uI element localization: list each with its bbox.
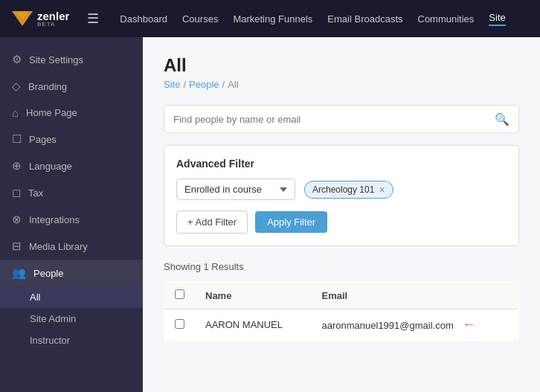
sidebar-label-tax: Tax [28, 187, 43, 199]
header-name: Name [195, 282, 312, 309]
sidebar-item-tax[interactable]: ◻ Tax [0, 179, 143, 206]
results-count: Showing 1 Results [164, 261, 519, 272]
sidebar-item-pages[interactable]: ☐ Pages [0, 126, 143, 152]
sidebar-section-main: ⚙ Site Settings ◇ Branding ⌂ Home Page ☐… [0, 43, 143, 354]
row-checkbox-cell [164, 309, 196, 341]
brand-logo: zenler BETA [12, 10, 69, 28]
breadcrumb-site[interactable]: Site [164, 79, 180, 90]
sidebar-label-branding: Branding [28, 81, 67, 92]
filter-tag-close[interactable]: × [379, 184, 385, 195]
language-icon: ⊕ [12, 159, 22, 173]
arrow-indicator: ← [462, 317, 475, 332]
sidebar-label-media-library: Media Library [29, 241, 88, 252]
sidebar: ⚙ Site Settings ◇ Branding ⌂ Home Page ☐… [0, 37, 143, 392]
tax-icon: ◻ [12, 186, 21, 199]
sidebar-label-pages: Pages [29, 134, 57, 145]
nav-dashboard[interactable]: Dashboard [120, 13, 167, 25]
filter-box: Advanced Filter Enrolled in course Arche… [164, 145, 519, 246]
pages-icon: ☐ [12, 132, 22, 146]
table-header: Name Email [164, 282, 519, 309]
results-table: Name Email AARON MANUEL aaronmanuel1991@… [164, 281, 519, 341]
sidebar-label-integrations: Integrations [29, 214, 80, 225]
nav-communities[interactable]: Communities [418, 13, 475, 25]
nav-marketing-funnels[interactable]: Marketing Funnels [233, 13, 312, 25]
logo-icon [12, 11, 33, 26]
table-row: AARON MANUEL aaronmanuel1991@gmail.com ← [164, 309, 519, 341]
nav-courses[interactable]: Courses [182, 13, 218, 25]
filter-title: Advanced Filter [176, 158, 507, 170]
nav-menu: Dashboard Courses Marketing Funnels Emai… [120, 12, 505, 26]
sidebar-label-language: Language [29, 161, 72, 172]
apply-filter-button[interactable]: Apply Filter [255, 211, 327, 233]
sidebar-item-language[interactable]: ⊕ Language [0, 152, 143, 179]
search-bar: 🔍 [164, 105, 519, 133]
sidebar-sub-instructor[interactable]: Instructor [0, 330, 143, 351]
integrations-icon: ⊗ [12, 213, 22, 226]
row-email: aaronmanuel1991@gmail.com ← [312, 309, 519, 341]
sidebar-sub-site-admin[interactable]: Site Admin [0, 308, 143, 330]
filter-actions: + Add Filter Apply Filter [176, 211, 507, 234]
menu-toggle[interactable]: ☰ [87, 10, 99, 27]
table-body: AARON MANUEL aaronmanuel1991@gmail.com ← [164, 309, 519, 341]
search-input[interactable] [173, 114, 495, 125]
breadcrumb-people[interactable]: People [189, 79, 219, 90]
row-checkbox[interactable] [175, 319, 184, 329]
add-filter-button[interactable]: + Add Filter [176, 211, 248, 234]
diamond-icon: ◇ [12, 80, 21, 93]
header-email: Email [312, 282, 519, 309]
row-name: AARON MANUEL [195, 309, 312, 341]
sidebar-item-branding[interactable]: ◇ Branding [0, 73, 143, 100]
filter-tag: Archeology 101 × [304, 181, 393, 199]
header-checkbox-cell [164, 282, 196, 309]
filter-tag-label: Archeology 101 [312, 184, 374, 195]
sidebar-label-home-page: Home Page [26, 107, 77, 118]
page-title: All [164, 55, 519, 76]
gear-icon: ⚙ [12, 53, 22, 66]
main-content: All Site / People / All 🔍 Advanced Filte… [143, 37, 540, 392]
people-icon: 👥 [12, 266, 26, 280]
breadcrumb: Site / People / All [164, 79, 519, 90]
home-icon: ⌂ [12, 106, 19, 119]
nav-site[interactable]: Site [489, 12, 505, 26]
sidebar-item-site-settings[interactable]: ⚙ Site Settings [0, 46, 143, 73]
search-icon: 🔍 [495, 112, 510, 126]
sidebar-sub-all[interactable]: All [0, 286, 143, 308]
sidebar-item-integrations[interactable]: ⊗ Integrations [0, 206, 143, 233]
nav-email-broadcasts[interactable]: Email Broadcasts [327, 13, 402, 25]
sidebar-label-people: People [33, 268, 63, 279]
filter-select[interactable]: Enrolled in course [176, 179, 295, 200]
sidebar-item-media-library[interactable]: ⊟ Media Library [0, 233, 143, 260]
sidebar-label-site-settings: Site Settings [29, 54, 83, 65]
breadcrumb-current: All [228, 79, 238, 90]
sidebar-item-home-page[interactable]: ⌂ Home Page [0, 100, 143, 126]
sidebar-item-people[interactable]: 👥 People [0, 260, 143, 286]
filter-row: Enrolled in course Archeology 101 × [176, 179, 507, 200]
select-all-checkbox[interactable] [175, 289, 184, 299]
top-navigation: zenler BETA ☰ Dashboard Courses Marketin… [0, 0, 540, 37]
media-icon: ⊟ [12, 240, 22, 253]
